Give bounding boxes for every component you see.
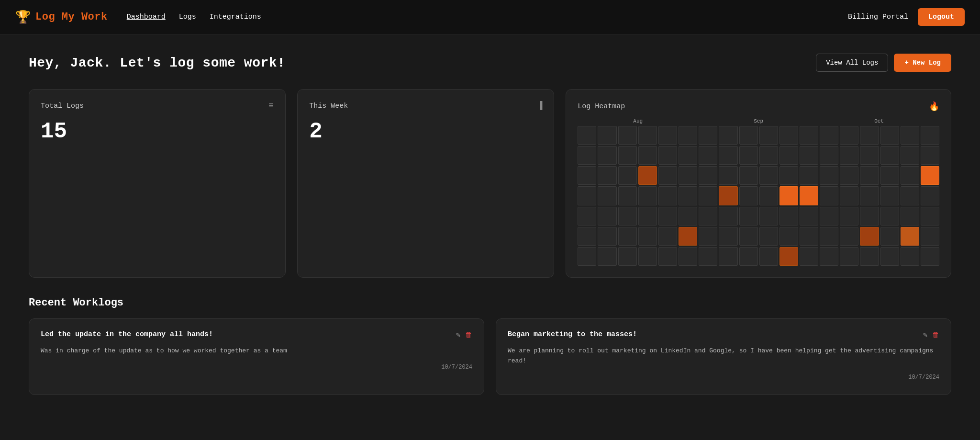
nav-integrations[interactable]: Integrations [210, 13, 261, 21]
worklogs-section-title: Recent Worklogs [29, 297, 951, 309]
heatmap-cell [719, 247, 737, 266]
heatmap-cell [618, 166, 637, 185]
heatmap-cell [880, 227, 899, 246]
heatmap-cell [860, 146, 879, 165]
heatmap-cell [658, 186, 677, 205]
worklogs-grid: Led the update in the company all hands!… [29, 318, 951, 395]
worklog-date: 10/7/2024 [41, 364, 472, 371]
heatmap-cell [880, 146, 899, 165]
heatmap-cell [759, 247, 778, 266]
heatmap-cell [578, 227, 596, 246]
heatmap-cell [719, 146, 737, 165]
list-icon: ≡ [268, 101, 274, 111]
worklog-date: 10/7/2024 [508, 374, 939, 381]
heatmap-card: Log Heatmap 🔥 AugSepOct [566, 89, 951, 278]
heatmap-cell [679, 146, 697, 165]
heatmap-cell [699, 247, 717, 266]
heatmap-cell [719, 227, 737, 246]
heatmap-cell [578, 207, 596, 226]
heatmap-cell [840, 207, 858, 226]
new-log-button[interactable]: + New Log [894, 54, 951, 72]
heatmap-cell [618, 247, 637, 266]
heatmap-cell [578, 166, 596, 185]
nav-logs[interactable]: Logs [179, 13, 196, 21]
heatmap-cell [820, 207, 838, 226]
heatmap-cell [780, 126, 798, 145]
heatmap-cell [618, 126, 637, 145]
heatmap-cell [759, 227, 778, 246]
heatmap-grid [578, 126, 939, 266]
heatmap-cell [840, 186, 858, 205]
page-title: Hey, Jack. Let's log some work! [29, 56, 285, 70]
heatmap-cell [699, 166, 717, 185]
heatmap-cell [860, 166, 879, 185]
billing-portal-button[interactable]: Billing Portal [848, 13, 908, 21]
heatmap-cell [679, 126, 697, 145]
heatmap-cell [598, 227, 616, 246]
header-row: Hey, Jack. Let's log some work! View All… [29, 54, 951, 72]
header-actions: View All Logs + New Log [816, 54, 951, 72]
heatmap-cell [618, 227, 637, 246]
heatmap-cell [679, 227, 697, 246]
heatmap-cell [679, 247, 697, 266]
logout-button[interactable]: Logout [918, 8, 965, 26]
heatmap-cell [598, 126, 616, 145]
worklog-card: Led the update in the company all hands!… [29, 318, 484, 395]
heatmap-cell [840, 247, 858, 266]
heatmap-cell [921, 166, 939, 185]
heatmap-cell [820, 146, 838, 165]
heatmap-cell [901, 186, 919, 205]
worklog-title: Began marketing to the masses! [508, 330, 923, 338]
heatmap-cell [880, 207, 899, 226]
heatmap-cell [638, 186, 657, 205]
heatmap-cell [780, 186, 798, 205]
heatmap-cell [699, 186, 717, 205]
total-logs-value: 15 [41, 119, 274, 144]
delete-icon[interactable]: 🗑 [465, 331, 472, 339]
heatmap-cell [921, 186, 939, 205]
logo: 🏆 Log My Work [15, 10, 108, 25]
delete-icon[interactable]: 🗑 [932, 331, 939, 339]
total-logs-title: Total Logs [41, 102, 84, 110]
heatmap-cell [638, 126, 657, 145]
heatmap-cell [719, 207, 737, 226]
heatmap-cell [820, 166, 838, 185]
nav-dashboard[interactable]: Dashboard [127, 13, 166, 21]
heatmap-cell [739, 166, 758, 185]
worklog-actions: ✎ 🗑 [923, 330, 939, 339]
heatmap-title: Log Heatmap [578, 102, 625, 111]
main-content: Hey, Jack. Let's log some work! View All… [0, 34, 980, 414]
heatmap-cell [880, 166, 899, 185]
heatmap-cell [598, 247, 616, 266]
total-logs-card: Total Logs ≡ 15 [29, 89, 286, 278]
worklog-card: Began marketing to the masses! ✎ 🗑 We ar… [496, 318, 951, 395]
heatmap-cell [618, 146, 637, 165]
heatmap-cell [759, 166, 778, 185]
heatmap-cell [739, 227, 758, 246]
edit-icon[interactable]: ✎ [456, 330, 460, 339]
this-week-title: This Week [309, 102, 348, 110]
heatmap-cell [638, 247, 657, 266]
heatmap-cell [880, 126, 899, 145]
heatmap-cell [800, 146, 818, 165]
heatmap-cell [759, 126, 778, 145]
heatmap-cell [618, 207, 637, 226]
worklog-body: We are planning to roll out marketing on… [508, 346, 939, 366]
heatmap-cell [820, 247, 838, 266]
heatmap-cell [840, 166, 858, 185]
heatmap-cell [699, 146, 717, 165]
heatmap-cell [921, 227, 939, 246]
heatmap-cell [578, 126, 596, 145]
heatmap-cell [860, 207, 879, 226]
worklog-actions: ✎ 🗑 [456, 330, 472, 339]
heatmap-cell [860, 227, 879, 246]
heatmap-cell [658, 146, 677, 165]
this-week-value: 2 [309, 119, 542, 144]
view-all-logs-button[interactable]: View All Logs [816, 54, 888, 72]
logo-icon: 🏆 [15, 10, 31, 25]
nav-links: Dashboard Logs Integrations [127, 13, 848, 21]
this-week-card: This Week ▐ 2 [297, 89, 554, 278]
this-week-header: This Week ▐ [309, 101, 542, 111]
edit-icon[interactable]: ✎ [923, 330, 927, 339]
app-name: Log My Work [35, 11, 108, 23]
